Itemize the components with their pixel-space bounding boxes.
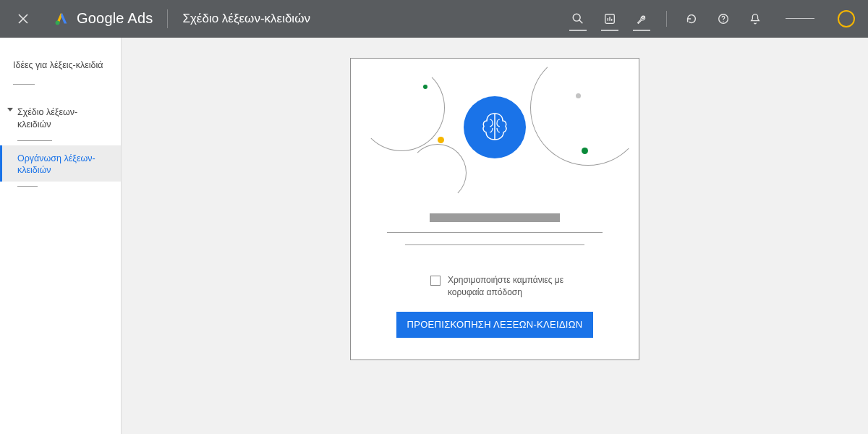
reports-icon[interactable] bbox=[601, 10, 618, 27]
top-campaigns-checkbox-row: Χρησιμοποιήστε καμπάνιες με κορυφαία από… bbox=[430, 274, 610, 299]
refresh-icon[interactable] bbox=[683, 10, 700, 27]
top-campaigns-checkbox[interactable] bbox=[430, 276, 441, 286]
sidebar-item-organize-keywords[interactable]: Οργάνωση λέξεων-κλειδιών bbox=[0, 145, 121, 182]
tools-icon[interactable] bbox=[633, 10, 650, 27]
onboarding-card: Χρησιμοποιήστε καμπάνιες με κορυφαία από… bbox=[350, 58, 639, 360]
illustration bbox=[380, 79, 610, 187]
brain-icon bbox=[464, 96, 526, 158]
avatar[interactable] bbox=[838, 10, 855, 27]
input-line[interactable] bbox=[387, 232, 603, 233]
divider bbox=[17, 140, 52, 141]
divider bbox=[167, 9, 168, 28]
topbar: Google Ads Σχέδιο λέξεων-κλειδιών bbox=[0, 0, 868, 38]
close-icon[interactable] bbox=[13, 9, 33, 29]
main: Ιδέες για λέξεις-κλειδιά Σχέδιο λέξεων-κ… bbox=[0, 38, 868, 434]
sidebar-item-label: Σχέδιο λέξεων-κλειδιών bbox=[17, 107, 77, 129]
top-campaigns-checkbox-label: Χρησιμοποιήστε καμπάνιες με κορυφαία από… bbox=[448, 274, 571, 299]
topbar-tools bbox=[569, 10, 855, 27]
sidebar: Ιδέες για λέξεις-κλειδιά Σχέδιο λέξεων-κ… bbox=[0, 38, 122, 434]
brand-text: Google Ads bbox=[77, 10, 153, 27]
help-icon[interactable] bbox=[715, 10, 732, 27]
page-title: Σχέδιο λέξεων-κλειδιών bbox=[182, 12, 310, 26]
search-icon[interactable] bbox=[569, 10, 587, 27]
notifications-icon[interactable] bbox=[746, 10, 764, 27]
svg-point-1 bbox=[573, 14, 580, 21]
sidebar-item-keyword-plan[interactable]: Σχέδιο λέξεων-κλειδιών bbox=[0, 99, 121, 136]
input-line[interactable] bbox=[405, 244, 584, 245]
divider bbox=[17, 186, 38, 187]
sidebar-item-keyword-ideas[interactable]: Ιδέες για λέξεις-κλειδιά bbox=[0, 52, 121, 77]
svg-point-0 bbox=[56, 20, 60, 25]
svg-point-4 bbox=[723, 21, 723, 22]
title-placeholder bbox=[430, 213, 560, 222]
divider bbox=[666, 11, 667, 27]
content: Χρησιμοποιήστε καμπάνιες με κορυφαία από… bbox=[122, 38, 868, 434]
google-ads-icon bbox=[54, 11, 69, 27]
preview-keywords-button[interactable]: ΠΡΟΕΠΙΣΚΟΠΗΣΗ ΛΕΞΕΩΝ-ΚΛΕΙΔΙΩΝ bbox=[396, 312, 592, 339]
chevron-down-icon bbox=[7, 108, 13, 111]
brand-logo: Google Ads bbox=[54, 10, 153, 27]
divider bbox=[13, 84, 35, 85]
account-placeholder bbox=[786, 18, 814, 20]
